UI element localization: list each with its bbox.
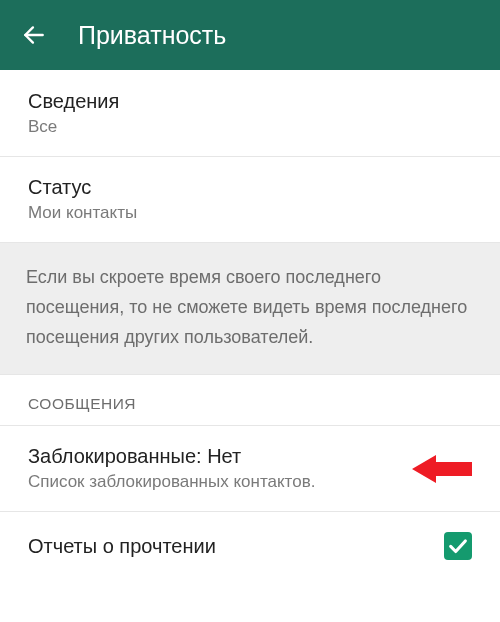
about-item[interactable]: Сведения Все bbox=[0, 70, 500, 157]
content: Сведения Все Статус Мои контакты Если вы… bbox=[0, 70, 500, 580]
read-receipts-checkbox[interactable] bbox=[444, 532, 472, 560]
blocked-subtitle: Список заблокированных контактов. bbox=[28, 471, 472, 493]
about-subtitle: Все bbox=[28, 116, 472, 138]
read-receipts-item[interactable]: Отчеты о прочтении bbox=[0, 512, 500, 580]
status-title: Статус bbox=[28, 174, 472, 200]
status-subtitle: Мои контакты bbox=[28, 202, 472, 224]
app-header: Приватность bbox=[0, 0, 500, 70]
page-title: Приватность bbox=[78, 21, 226, 50]
about-title: Сведения bbox=[28, 88, 472, 114]
last-seen-info: Если вы скроете время своего последнего … bbox=[0, 243, 500, 375]
blocked-title: Заблокированные: Нет bbox=[28, 443, 472, 469]
section-messages: СООБЩЕНИЯ bbox=[0, 375, 500, 426]
status-item[interactable]: Статус Мои контакты bbox=[0, 157, 500, 243]
blocked-item[interactable]: Заблокированные: Нет Список заблокирован… bbox=[0, 426, 500, 512]
back-icon[interactable] bbox=[20, 21, 48, 49]
read-receipts-title: Отчеты о прочтении bbox=[28, 533, 216, 559]
